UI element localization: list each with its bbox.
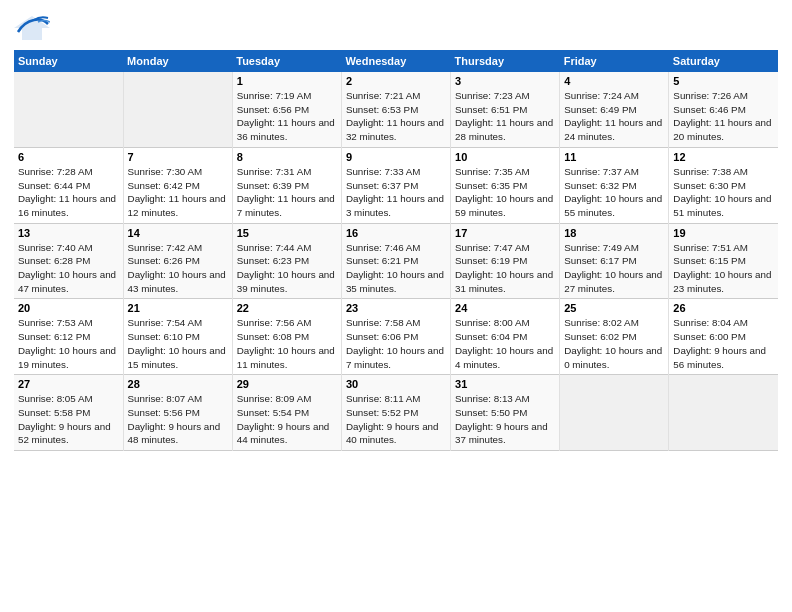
day-info: Sunrise: 7:47 AMSunset: 6:19 PMDaylight:…: [455, 241, 555, 296]
day-info: Sunrise: 8:09 AMSunset: 5:54 PMDaylight:…: [237, 392, 337, 447]
calendar-cell: 24Sunrise: 8:00 AMSunset: 6:04 PMDayligh…: [451, 299, 560, 375]
day-info: Sunrise: 7:58 AMSunset: 6:06 PMDaylight:…: [346, 316, 446, 371]
calendar-cell: 20Sunrise: 7:53 AMSunset: 6:12 PMDayligh…: [14, 299, 123, 375]
calendar-week-row: 1Sunrise: 7:19 AMSunset: 6:56 PMDaylight…: [14, 72, 778, 147]
day-number: 20: [18, 302, 119, 314]
day-info: Sunrise: 7:56 AMSunset: 6:08 PMDaylight:…: [237, 316, 337, 371]
day-info: Sunrise: 7:54 AMSunset: 6:10 PMDaylight:…: [128, 316, 228, 371]
day-number: 30: [346, 378, 446, 390]
calendar-cell: 18Sunrise: 7:49 AMSunset: 6:17 PMDayligh…: [560, 223, 669, 299]
calendar-cell: 5Sunrise: 7:26 AMSunset: 6:46 PMDaylight…: [669, 72, 778, 147]
day-number: 15: [237, 227, 337, 239]
day-number: 14: [128, 227, 228, 239]
day-number: 8: [237, 151, 337, 163]
day-number: 19: [673, 227, 774, 239]
calendar-cell: [669, 375, 778, 451]
calendar-cell: 26Sunrise: 8:04 AMSunset: 6:00 PMDayligh…: [669, 299, 778, 375]
calendar-cell: 7Sunrise: 7:30 AMSunset: 6:42 PMDaylight…: [123, 147, 232, 223]
weekday-header: Sunday: [14, 50, 123, 72]
weekday-header: Tuesday: [232, 50, 341, 72]
day-info: Sunrise: 8:04 AMSunset: 6:00 PMDaylight:…: [673, 316, 774, 371]
day-number: 4: [564, 75, 664, 87]
calendar-cell: 27Sunrise: 8:05 AMSunset: 5:58 PMDayligh…: [14, 375, 123, 451]
day-number: 12: [673, 151, 774, 163]
header: [14, 10, 778, 42]
day-number: 16: [346, 227, 446, 239]
day-number: 10: [455, 151, 555, 163]
day-info: Sunrise: 8:05 AMSunset: 5:58 PMDaylight:…: [18, 392, 119, 447]
day-info: Sunrise: 7:26 AMSunset: 6:46 PMDaylight:…: [673, 89, 774, 144]
day-info: Sunrise: 7:38 AMSunset: 6:30 PMDaylight:…: [673, 165, 774, 220]
calendar-cell: [560, 375, 669, 451]
calendar-cell: 15Sunrise: 7:44 AMSunset: 6:23 PMDayligh…: [232, 223, 341, 299]
calendar-cell: 29Sunrise: 8:09 AMSunset: 5:54 PMDayligh…: [232, 375, 341, 451]
day-info: Sunrise: 7:19 AMSunset: 6:56 PMDaylight:…: [237, 89, 337, 144]
day-number: 18: [564, 227, 664, 239]
calendar-week-row: 20Sunrise: 7:53 AMSunset: 6:12 PMDayligh…: [14, 299, 778, 375]
day-number: 29: [237, 378, 337, 390]
calendar-cell: 16Sunrise: 7:46 AMSunset: 6:21 PMDayligh…: [341, 223, 450, 299]
day-info: Sunrise: 7:40 AMSunset: 6:28 PMDaylight:…: [18, 241, 119, 296]
day-info: Sunrise: 7:28 AMSunset: 6:44 PMDaylight:…: [18, 165, 119, 220]
weekday-header: Saturday: [669, 50, 778, 72]
day-info: Sunrise: 7:51 AMSunset: 6:15 PMDaylight:…: [673, 241, 774, 296]
weekday-header: Thursday: [451, 50, 560, 72]
day-number: 11: [564, 151, 664, 163]
weekday-header: Monday: [123, 50, 232, 72]
day-info: Sunrise: 8:13 AMSunset: 5:50 PMDaylight:…: [455, 392, 555, 447]
day-info: Sunrise: 7:24 AMSunset: 6:49 PMDaylight:…: [564, 89, 664, 144]
day-info: Sunrise: 7:53 AMSunset: 6:12 PMDaylight:…: [18, 316, 119, 371]
calendar-cell: 2Sunrise: 7:21 AMSunset: 6:53 PMDaylight…: [341, 72, 450, 147]
day-info: Sunrise: 8:02 AMSunset: 6:02 PMDaylight:…: [564, 316, 664, 371]
calendar-cell: 30Sunrise: 8:11 AMSunset: 5:52 PMDayligh…: [341, 375, 450, 451]
calendar-cell: [14, 72, 123, 147]
day-info: Sunrise: 7:37 AMSunset: 6:32 PMDaylight:…: [564, 165, 664, 220]
logo: [14, 14, 54, 42]
day-number: 3: [455, 75, 555, 87]
day-info: Sunrise: 7:31 AMSunset: 6:39 PMDaylight:…: [237, 165, 337, 220]
day-info: Sunrise: 8:00 AMSunset: 6:04 PMDaylight:…: [455, 316, 555, 371]
calendar-cell: 31Sunrise: 8:13 AMSunset: 5:50 PMDayligh…: [451, 375, 560, 451]
calendar-cell: 22Sunrise: 7:56 AMSunset: 6:08 PMDayligh…: [232, 299, 341, 375]
calendar-table: SundayMondayTuesdayWednesdayThursdayFrid…: [14, 50, 778, 451]
day-info: Sunrise: 7:21 AMSunset: 6:53 PMDaylight:…: [346, 89, 446, 144]
day-number: 23: [346, 302, 446, 314]
day-number: 21: [128, 302, 228, 314]
day-info: Sunrise: 7:35 AMSunset: 6:35 PMDaylight:…: [455, 165, 555, 220]
calendar-cell: 1Sunrise: 7:19 AMSunset: 6:56 PMDaylight…: [232, 72, 341, 147]
day-number: 5: [673, 75, 774, 87]
calendar-header-row: SundayMondayTuesdayWednesdayThursdayFrid…: [14, 50, 778, 72]
weekday-header: Friday: [560, 50, 669, 72]
calendar-week-row: 13Sunrise: 7:40 AMSunset: 6:28 PMDayligh…: [14, 223, 778, 299]
calendar-cell: 3Sunrise: 7:23 AMSunset: 6:51 PMDaylight…: [451, 72, 560, 147]
weekday-header: Wednesday: [341, 50, 450, 72]
day-number: 24: [455, 302, 555, 314]
logo-icon: [14, 14, 50, 42]
calendar-cell: 21Sunrise: 7:54 AMSunset: 6:10 PMDayligh…: [123, 299, 232, 375]
calendar-cell: 28Sunrise: 8:07 AMSunset: 5:56 PMDayligh…: [123, 375, 232, 451]
calendar-cell: 10Sunrise: 7:35 AMSunset: 6:35 PMDayligh…: [451, 147, 560, 223]
calendar-cell: 11Sunrise: 7:37 AMSunset: 6:32 PMDayligh…: [560, 147, 669, 223]
day-number: 7: [128, 151, 228, 163]
day-number: 27: [18, 378, 119, 390]
calendar-cell: 4Sunrise: 7:24 AMSunset: 6:49 PMDaylight…: [560, 72, 669, 147]
calendar-cell: 9Sunrise: 7:33 AMSunset: 6:37 PMDaylight…: [341, 147, 450, 223]
day-number: 13: [18, 227, 119, 239]
day-number: 31: [455, 378, 555, 390]
calendar-cell: 14Sunrise: 7:42 AMSunset: 6:26 PMDayligh…: [123, 223, 232, 299]
day-number: 1: [237, 75, 337, 87]
day-info: Sunrise: 8:11 AMSunset: 5:52 PMDaylight:…: [346, 392, 446, 447]
day-info: Sunrise: 8:07 AMSunset: 5:56 PMDaylight:…: [128, 392, 228, 447]
day-number: 6: [18, 151, 119, 163]
calendar-cell: 23Sunrise: 7:58 AMSunset: 6:06 PMDayligh…: [341, 299, 450, 375]
calendar-cell: [123, 72, 232, 147]
day-number: 25: [564, 302, 664, 314]
calendar-week-row: 6Sunrise: 7:28 AMSunset: 6:44 PMDaylight…: [14, 147, 778, 223]
main-container: SundayMondayTuesdayWednesdayThursdayFrid…: [0, 0, 792, 457]
calendar-cell: 13Sunrise: 7:40 AMSunset: 6:28 PMDayligh…: [14, 223, 123, 299]
day-number: 17: [455, 227, 555, 239]
day-number: 28: [128, 378, 228, 390]
day-info: Sunrise: 7:42 AMSunset: 6:26 PMDaylight:…: [128, 241, 228, 296]
day-number: 2: [346, 75, 446, 87]
calendar-cell: 6Sunrise: 7:28 AMSunset: 6:44 PMDaylight…: [14, 147, 123, 223]
